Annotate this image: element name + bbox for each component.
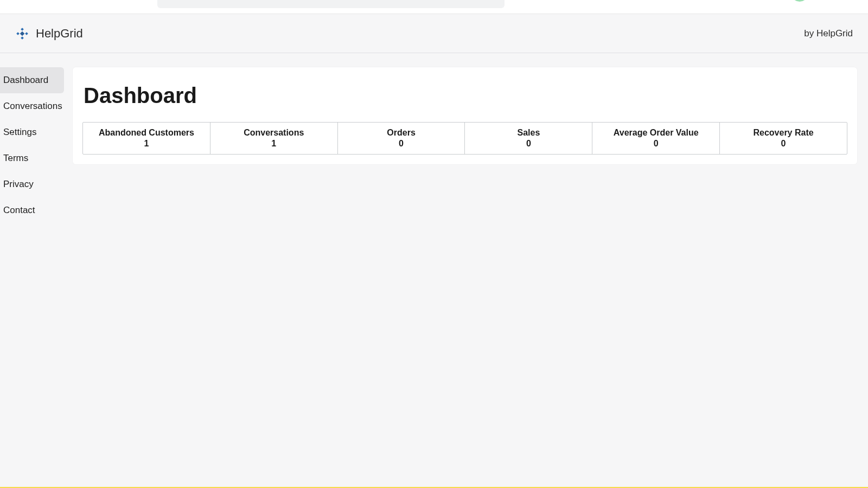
metric-average-order-value: Average Order Value 0 — [592, 123, 720, 154]
metric-label: Sales — [468, 128, 589, 138]
sidebar-item-dashboard[interactable]: Dashboard — [0, 67, 64, 93]
sidebar: Dashboard Conversations Settings Terms P… — [0, 53, 64, 487]
svg-rect-0 — [21, 28, 24, 31]
app-header: HelpGrid by HelpGrid — [0, 14, 868, 53]
top-chrome-bar — [0, 0, 868, 14]
sidebar-item-conversations[interactable]: Conversations — [0, 93, 64, 119]
sidebar-item-terms[interactable]: Terms — [0, 145, 64, 171]
sidebar-item-label: Contact — [3, 205, 35, 215]
page-title: Dashboard — [82, 84, 847, 108]
sidebar-item-privacy[interactable]: Privacy — [0, 171, 64, 197]
metric-conversations: Conversations 1 — [210, 123, 338, 154]
sidebar-item-label: Dashboard — [3, 75, 48, 85]
svg-rect-3 — [25, 32, 28, 35]
metric-value: 1 — [86, 139, 207, 149]
search-input[interactable] — [157, 0, 505, 8]
sidebar-item-contact[interactable]: Contact — [0, 197, 64, 223]
svg-rect-4 — [20, 31, 24, 35]
main-content: Dashboard Abandoned Customers 1 Conversa… — [64, 53, 868, 487]
helpgrid-logo-icon — [15, 27, 29, 41]
metric-label: Orders — [341, 128, 462, 138]
metric-label: Abandoned Customers — [86, 128, 207, 138]
metric-value: 0 — [341, 139, 462, 149]
metric-value: 0 — [596, 139, 716, 149]
sidebar-item-label: Settings — [3, 127, 36, 137]
dashboard-panel: Dashboard Abandoned Customers 1 Conversa… — [73, 67, 857, 164]
metric-label: Conversations — [214, 128, 334, 138]
sidebar-item-label: Conversations — [3, 101, 62, 111]
svg-rect-1 — [21, 36, 24, 40]
metric-label: Average Order Value — [596, 128, 716, 138]
sidebar-item-label: Terms — [3, 153, 28, 163]
metric-label: Recovery Rate — [723, 128, 844, 138]
metric-orders: Orders 0 — [338, 123, 465, 154]
svg-rect-2 — [16, 32, 20, 35]
metric-value: 0 — [468, 139, 589, 149]
sidebar-item-settings[interactable]: Settings — [0, 119, 64, 145]
metrics-row: Abandoned Customers 1 Conversations 1 Or… — [82, 122, 847, 155]
metric-recovery-rate: Recovery Rate 0 — [720, 123, 847, 154]
avatar[interactable] — [791, 0, 808, 2]
metric-value: 1 — [214, 139, 334, 149]
app-title: HelpGrid — [36, 27, 83, 41]
metric-value: 0 — [723, 139, 844, 149]
sidebar-item-label: Privacy — [3, 179, 34, 189]
app-byline: by HelpGrid — [804, 28, 853, 39]
metric-sales: Sales 0 — [465, 123, 592, 154]
metric-abandoned-customers: Abandoned Customers 1 — [83, 123, 210, 154]
